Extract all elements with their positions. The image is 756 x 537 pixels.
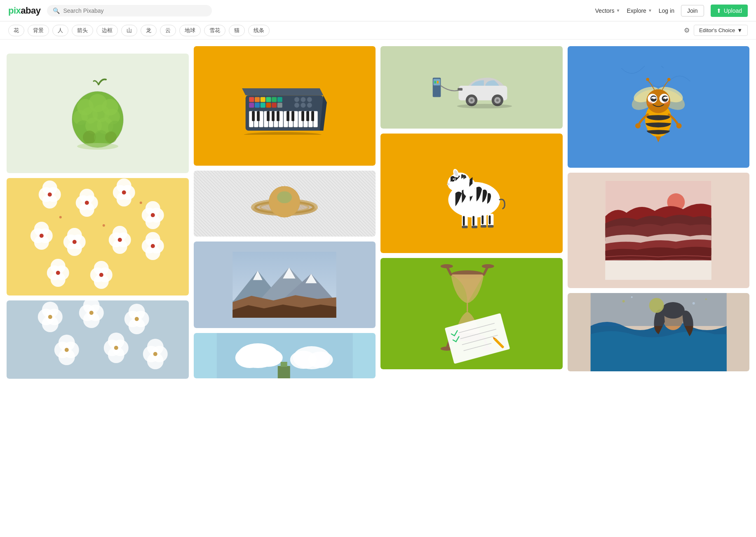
svg-rect-221 [488,214,493,226]
editors-choice-button[interactable]: Editor's Choice ▼ [694,25,748,36]
svg-rect-150 [277,97,282,102]
upload-icon: ⬆ [716,7,721,14]
svg-rect-220 [481,215,484,224]
filter-tag-3[interactable]: 箭头 [72,25,93,36]
svg-rect-223 [462,226,467,228]
filter-bar-right: ⚙ Editor's Choice ▼ [684,25,748,36]
svg-marker-181 [233,305,336,318]
svg-rect-225 [481,225,486,227]
svg-rect-137 [267,111,270,121]
grid-item-zebra[interactable] [380,134,563,253]
svg-point-161 [301,103,306,108]
svg-rect-155 [272,103,277,108]
svg-point-234 [441,264,453,268]
svg-point-23 [48,192,52,197]
svg-rect-145 [249,97,254,102]
search-bar[interactable]: 🔍 [47,5,212,16]
svg-point-204 [457,104,512,108]
svg-point-203 [496,99,498,101]
chevron-down-icon: ▼ [737,27,742,33]
svg-point-160 [294,103,299,108]
svg-rect-138 [272,111,275,121]
svg-point-200 [470,99,473,101]
grid-item-keyboard[interactable] [194,46,376,166]
filter-tag-5[interactable]: 山 [121,25,137,36]
svg-rect-222 [488,215,491,224]
svg-point-261 [647,101,653,105]
svg-rect-146 [255,97,260,102]
filter-tag-8[interactable]: 地球 [179,25,201,36]
grid-item-mountain[interactable] [194,242,376,328]
header: pixabay 🔍 Vectors ▼ Explore ▼ Log in Joi… [0,0,756,21]
svg-point-162 [307,103,312,108]
svg-rect-151 [249,103,254,108]
svg-point-257 [667,77,671,81]
filter-tag-2[interactable]: 人 [52,25,68,36]
svg-point-259 [676,123,682,128]
svg-rect-226 [488,225,493,227]
svg-rect-216 [463,216,465,226]
svg-rect-149 [272,97,277,102]
svg-point-171 [277,191,292,203]
svg-point-79 [103,224,105,227]
svg-rect-147 [261,97,265,102]
svg-point-212 [451,178,454,181]
svg-rect-191 [280,362,287,367]
svg-point-111 [114,346,118,350]
svg-rect-148 [266,97,271,102]
svg-rect-144 [311,111,314,121]
svg-point-41 [151,213,155,217]
svg-rect-276 [590,293,726,326]
svg-marker-119 [242,88,323,95]
svg-point-157 [294,97,299,102]
filter-tag-9[interactable]: 雪花 [204,25,225,36]
svg-rect-141 [291,111,294,121]
grid-item-clouds[interactable] [194,333,376,378]
svg-rect-156 [277,103,282,108]
logo[interactable]: pixabay [8,5,40,16]
svg-point-78 [59,216,62,218]
svg-point-14 [105,131,117,143]
svg-rect-140 [286,111,289,121]
filter-tag-11[interactable]: 线条 [248,25,270,36]
svg-point-262 [664,101,669,105]
search-input[interactable] [63,7,206,14]
grid-item-girl[interactable] [568,293,750,371]
grid-item-custard-apple[interactable] [7,54,189,173]
grid-item-hourglass[interactable] [380,258,563,369]
svg-point-159 [307,97,312,102]
login-button[interactable]: Log in [659,7,674,14]
filter-tag-4[interactable]: 边框 [96,25,118,36]
svg-point-77 [99,273,103,277]
svg-point-99 [135,317,139,321]
chevron-down-icon: ▼ [648,8,652,13]
grid-item-flowers-blue[interactable] [7,300,189,379]
grid-item-bee[interactable] [568,46,750,168]
vectors-nav[interactable]: Vectors ▼ [595,7,620,14]
grid-item-flowers-yellow[interactable] [7,178,189,295]
svg-rect-153 [261,103,265,108]
svg-point-47 [40,234,44,238]
svg-rect-139 [277,111,279,121]
grid-item-landscape[interactable] [568,173,750,288]
filter-tag-6[interactable]: 龙 [141,25,157,36]
svg-point-255 [664,97,667,99]
settings-icon[interactable]: ⚙ [684,26,690,34]
svg-point-258 [635,123,641,128]
filter-tag-10[interactable]: 猫 [229,25,245,36]
filter-tag-1[interactable]: 背景 [28,25,49,36]
filter-tag-0[interactable]: 花 [8,25,24,36]
header-right: Vectors ▼ Explore ▼ Log in Join ⬆ Upload [595,5,748,17]
svg-rect-218 [472,216,474,226]
filter-tag-7[interactable]: 云 [160,25,176,36]
svg-point-213 [453,178,454,180]
filter-bar: 花 背景 人 箭头 边框 山 龙 云 地球 雪花 猫 线条 ⚙ Editor's… [0,21,756,40]
grid-item-electric-car[interactable] [380,46,563,129]
svg-rect-195 [434,81,436,83]
svg-point-53 [73,240,77,244]
upload-button[interactable]: ⬆ Upload [711,5,748,17]
grid-item-saturn[interactable] [194,171,376,237]
svg-point-59 [118,238,122,242]
join-button[interactable]: Join [681,5,704,16]
explore-nav[interactable]: Explore ▼ [627,7,652,14]
